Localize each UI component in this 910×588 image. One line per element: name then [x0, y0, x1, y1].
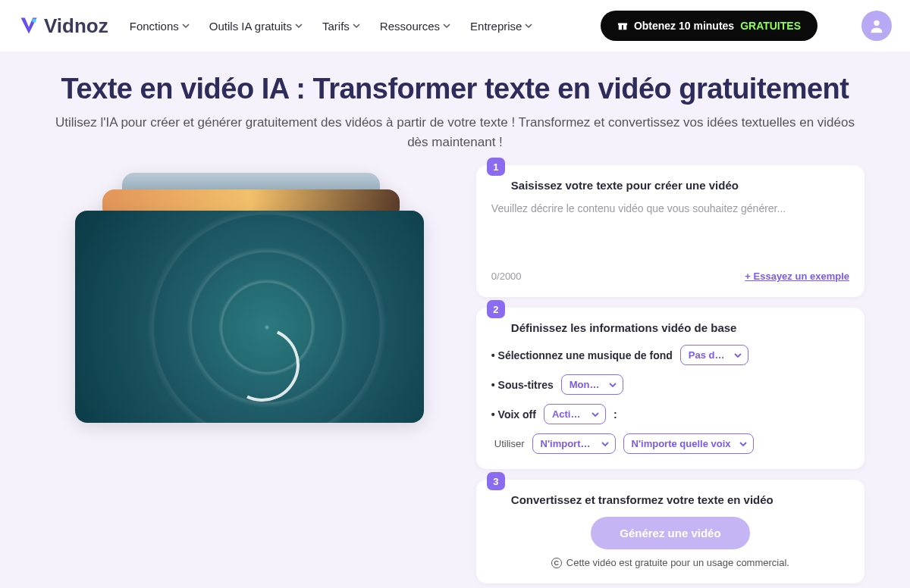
logo-icon: [18, 15, 39, 36]
main: 1 Saisissez votre texte pour créer une v…: [0, 165, 910, 583]
nav: Fonctions Outils IA gratuits Tarifs Ress…: [130, 20, 579, 33]
subtitles-label: Sous-titres: [491, 379, 554, 391]
use-language-select[interactable]: N'importe …: [532, 433, 616, 454]
try-example-link[interactable]: + Essayez un exemple: [745, 271, 849, 282]
copyright-icon: C: [551, 558, 562, 568]
chevron-down-icon: [353, 22, 360, 30]
step-badge-3: 3: [487, 472, 505, 490]
hero: Texte en vidéo IA : Transformer texte en…: [0, 52, 910, 165]
use-row: Utiliser N'importe … N'importe quelle vo…: [494, 433, 849, 454]
nav-entreprise[interactable]: Entreprise: [470, 20, 532, 33]
person-icon: [868, 17, 885, 34]
step-badge-2: 2: [487, 300, 505, 318]
logo-text: Vidnoz: [44, 14, 108, 38]
chevron-down-icon: [443, 22, 450, 30]
chevron-down-icon: [601, 440, 609, 448]
step1-card: 1 Saisissez votre texte pour créer une v…: [476, 165, 864, 297]
header: Vidnoz Fonctions Outils IA gratuits Tari…: [0, 0, 910, 52]
svg-point-4: [874, 20, 879, 26]
nav-outils-ia[interactable]: Outils IA gratuits: [209, 20, 303, 33]
prompt-input[interactable]: [491, 202, 849, 261]
commercial-use-note: C Cette vidéo est gratuite pour un usage…: [491, 557, 849, 568]
music-row: Sélectionnez une musique de fond Pas de …: [491, 345, 849, 365]
cta-prefix: Obtenez 10 minutes: [634, 20, 734, 32]
logo[interactable]: Vidnoz: [18, 14, 108, 38]
nav-fonctions[interactable]: Fonctions: [130, 20, 190, 33]
chevron-down-icon: [182, 22, 190, 30]
form-column: 1 Saisissez votre texte pour créer une v…: [476, 165, 864, 583]
voice-select[interactable]: Activer: [544, 404, 606, 424]
voice-row: Voix off Activer :: [491, 404, 849, 424]
svg-rect-3: [618, 23, 627, 26]
step1-title: Saisissez votre texte pour créer une vid…: [511, 179, 849, 192]
profile-button[interactable]: [861, 11, 892, 41]
music-select[interactable]: Pas de m…: [680, 345, 748, 365]
music-label: Sélectionnez une musique de fond: [491, 349, 673, 361]
chevron-down-icon: [295, 22, 303, 30]
char-counter: 0/2000: [491, 271, 522, 282]
nav-ressources[interactable]: Ressources: [380, 20, 450, 33]
cta-highlight: GRATUITES: [740, 20, 801, 32]
page-title: Texte en vidéo IA : Transformer texte en…: [46, 73, 864, 105]
step3-card: 3 Convertissez et transformez votre text…: [476, 480, 864, 583]
use-voice-select[interactable]: N'importe quelle voix: [623, 433, 754, 454]
chevron-down-icon: [734, 352, 742, 359]
gift-icon: [617, 20, 628, 31]
voice-label: Voix off: [491, 408, 536, 421]
generate-video-button[interactable]: Générez une vidéo: [591, 517, 749, 549]
subtitles-row: Sous-titres Montr…: [491, 374, 849, 395]
step2-title: Définissez les informations vidéo de bas…: [511, 321, 849, 334]
use-label: Utiliser: [494, 438, 525, 449]
cta-free-minutes-button[interactable]: Obtenez 10 minutes GRATUITES: [601, 11, 817, 41]
preview-layer-front: [75, 211, 424, 423]
chevron-down-icon: [739, 440, 747, 448]
voice-colon: :: [613, 408, 617, 421]
page-subtitle: Utilisez l'IA pour créer et générer grat…: [46, 113, 864, 152]
chevron-down-icon: [525, 22, 532, 30]
step3-title: Convertissez et transformez votre texte …: [511, 493, 849, 506]
preview-column: [46, 165, 453, 583]
subtitles-select[interactable]: Montr…: [561, 374, 623, 395]
svg-point-0: [32, 18, 36, 22]
step2-card: 2 Définissez les informations vidéo de b…: [476, 308, 864, 469]
preview-image-stack: [75, 173, 424, 423]
step-badge-1: 1: [487, 158, 505, 176]
chevron-down-icon: [609, 381, 617, 389]
nav-tarifs[interactable]: Tarifs: [322, 20, 360, 33]
chevron-down-icon: [592, 411, 599, 418]
